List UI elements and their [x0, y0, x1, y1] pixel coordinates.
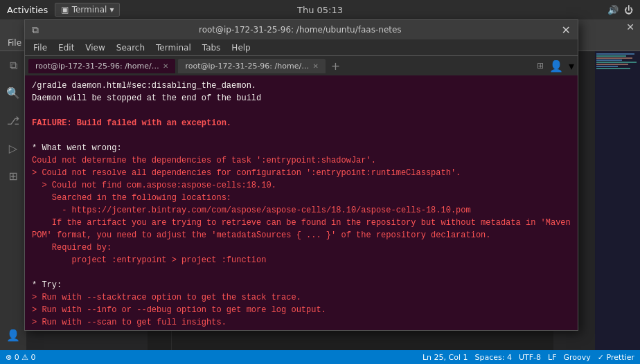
terminal-output-line: > Could not find com.aspose:aspose-cells… — [32, 179, 571, 192]
terminal-close-button[interactable]: ✕ — [562, 24, 571, 37]
tmenu-terminal[interactable]: Terminal — [153, 42, 194, 54]
terminal-output-line — [32, 266, 571, 279]
terminal-output-line: Daemon will be stopped at the end of the… — [32, 92, 571, 104]
status-bar: ⊗ 0 ⚠ 0 Ln 25, Col 1 Spaces: 4 UTF-8 LF … — [0, 350, 640, 364]
errors-icon: ⊗ — [6, 353, 15, 362]
terminal-tabs: root@ip-172-31-25-96: /home/ubuntu/faas-… — [25, 56, 578, 75]
terminal-output-line: project :entrypoint > project :function — [32, 254, 571, 266]
tab-chevron-icon[interactable]: ▾ — [569, 60, 574, 73]
terminal-output-line: FAILURE: Build failed with an exception. — [32, 117, 571, 129]
status-spaces[interactable]: Spaces: 4 — [475, 353, 512, 362]
terminal-output-line: /gradle daemon.html#sec:disabling_the_da… — [32, 80, 571, 92]
activity-explorer-icon[interactable]: ⧉ — [3, 55, 23, 75]
activity-search-icon[interactable]: 🔍 — [3, 83, 23, 102]
terminal-tab-1[interactable]: root@ip-172-31-25-96: /home/ubuntu/faas-… — [28, 59, 175, 73]
vscode-close-button[interactable]: ✕ — [626, 21, 634, 33]
tmenu-search[interactable]: Search — [114, 42, 148, 54]
tab-profile-icon[interactable]: 👤 — [549, 60, 563, 73]
status-language[interactable]: Groovy — [564, 353, 591, 362]
terminal-taskbar-button[interactable]: ▣ Terminal ▾ — [55, 3, 120, 17]
terminal-tab-2-label: root@ip-172-31-25-96: /home/ubuntu/faas-… — [185, 62, 310, 71]
terminal-output-line: > Run with --info or --debug option to g… — [32, 304, 571, 316]
terminal-output-line: > Run with --scan to get full insights. — [32, 316, 571, 329]
system-time: Thu 05:13 — [297, 5, 343, 15]
terminal-tab-2[interactable]: root@ip-172-31-25-96: /home/ubuntu/faas-… — [178, 59, 325, 73]
status-line-ending[interactable]: LF — [548, 353, 556, 362]
tmenu-edit[interactable]: Edit — [55, 42, 77, 54]
system-bar-left: Activities ▣ Terminal ▾ — [7, 3, 120, 17]
tmenu-tabs[interactable]: Tabs — [199, 42, 224, 54]
terminal-tab-2-close[interactable]: ✕ — [312, 62, 318, 70]
power-icon[interactable]: ⏻ — [624, 5, 633, 15]
terminal-window-icons: ⧉ — [32, 24, 39, 36]
chevron-down-icon: ▾ — [109, 5, 114, 15]
terminal-output-line: > Could not resolve all dependencies for… — [32, 167, 571, 179]
activity-bar: ⧉ 🔍 ⎇ ▷ ⊞ 👤 — [0, 51, 26, 350]
terminal-menubar: File Edit View Search Terminal Tabs Help — [25, 39, 578, 56]
status-encoding[interactable]: UTF-8 — [519, 353, 541, 362]
status-errors[interactable]: ⊗ 0 ⚠ 0 — [6, 353, 36, 362]
terminal-titlebar: ⧉ root@ip-172-31-25-96: /home/ubuntu/faa… — [25, 20, 578, 39]
activity-extensions-icon[interactable]: ⊞ — [3, 166, 23, 185]
status-bar-right: Ln 25, Col 1 Spaces: 4 UTF-8 LF Groovy ✓… — [423, 353, 634, 362]
warnings-icon: ⚠ — [21, 353, 30, 362]
tmenu-help[interactable]: Help — [229, 42, 253, 54]
terminal-split-icon[interactable]: ⧉ — [32, 24, 39, 36]
terminal-content[interactable]: /gradle daemon.html#sec:disabling_the_da… — [25, 75, 578, 330]
activities-button[interactable]: Activities — [7, 5, 48, 15]
terminal-tab-1-label: root@ip-172-31-25-96: /home/ubuntu/faas-… — [35, 62, 160, 71]
terminal-icon: ▣ — [61, 5, 69, 15]
terminal-output-line: - https://jcenter.bintray.com/com/aspose… — [32, 204, 571, 217]
terminal-output-line: Could not determine the dependencies of … — [32, 154, 571, 167]
menu-file[interactable]: File — [3, 37, 26, 49]
terminal-window: ⧉ root@ip-172-31-25-96: /home/ubuntu/faa… — [24, 19, 578, 331]
status-position[interactable]: Ln 25, Col 1 — [423, 353, 468, 362]
terminal-output-line — [32, 129, 571, 142]
terminal-output-line: > Run with --stacktrace option to get th… — [32, 291, 571, 304]
tmenu-file[interactable]: File — [30, 42, 50, 54]
terminal-output-line: Searched in the following locations: — [32, 192, 571, 204]
terminal-output-line: Required by: — [32, 242, 571, 254]
activity-git-icon[interactable]: ⎇ — [3, 111, 23, 130]
system-bar: Activities ▣ Terminal ▾ Thu 05:13 🔊 ⏻ — [0, 0, 640, 19]
terminal-output-line: * What went wrong: — [32, 142, 571, 154]
volume-icon[interactable]: 🔊 — [607, 5, 619, 15]
new-tab-button[interactable]: + — [331, 60, 340, 73]
system-bar-right: 🔊 ⏻ — [607, 5, 633, 15]
tmenu-view[interactable]: View — [82, 42, 107, 54]
status-formatter[interactable]: ✓ Prettier — [598, 353, 634, 362]
activity-debug-icon[interactable]: ▷ — [3, 138, 23, 158]
terminal-tab-1-close[interactable]: ✕ — [163, 62, 168, 70]
terminal-output-line: * Try: — [32, 279, 571, 291]
right-panel — [595, 51, 640, 350]
terminal-output-line: If the artifact you are trying to retrie… — [32, 217, 571, 242]
activity-account-icon[interactable]: 👤 — [3, 325, 23, 345]
tab-dropdown-icon[interactable]: ⊞ — [537, 61, 544, 71]
terminal-output-line — [32, 329, 571, 330]
terminal-window-title: root@ip-172-31-25-96: /home/ubuntu/faas-… — [39, 25, 562, 35]
terminal-output-line — [32, 104, 571, 117]
